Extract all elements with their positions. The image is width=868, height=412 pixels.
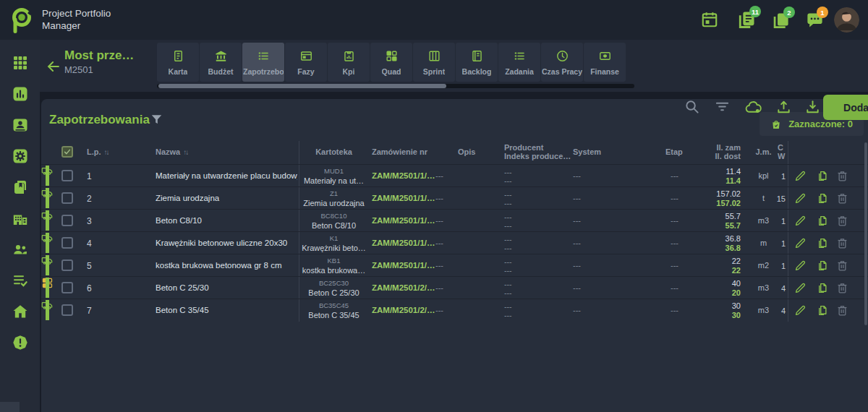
cloud-sync-icon[interactable] bbox=[744, 98, 762, 116]
column-header-cw[interactable]: CW bbox=[778, 143, 787, 160]
calendar-icon[interactable] bbox=[700, 10, 719, 29]
sidebar-item-home-icon[interactable] bbox=[12, 303, 29, 320]
row-checkbox[interactable] bbox=[61, 259, 73, 271]
delete-icon[interactable] bbox=[835, 236, 849, 250]
tab-budzet[interactable]: Budżet bbox=[200, 43, 242, 82]
edit-icon[interactable] bbox=[793, 281, 807, 295]
tab-zadania[interactable]: Zadania bbox=[498, 43, 540, 82]
copy-icon[interactable] bbox=[816, 192, 830, 205]
tab-zapotrzebowania[interactable]: Zapotrzebowania bbox=[242, 43, 284, 82]
edit-icon[interactable] bbox=[793, 192, 807, 205]
row-order-link[interactable]: ZAM/M2501/1/… bbox=[372, 171, 435, 180]
delete-icon[interactable] bbox=[835, 192, 849, 205]
sprint-icon bbox=[427, 49, 441, 63]
download-icon[interactable] bbox=[804, 98, 821, 115]
tab-kpi[interactable]: Kpi bbox=[328, 43, 370, 82]
copy-icon[interactable] bbox=[816, 236, 830, 250]
edit-icon[interactable] bbox=[793, 169, 807, 183]
row-kartoteka: KB1 kostka brukowa… bbox=[299, 257, 369, 275]
copy-icon[interactable] bbox=[816, 169, 830, 183]
tab-sprint[interactable]: Sprint bbox=[413, 43, 455, 82]
upload-icon[interactable] bbox=[775, 98, 792, 115]
sidebar-item-apps-grid-icon[interactable] bbox=[12, 54, 29, 72]
row-checkbox[interactable] bbox=[61, 304, 73, 316]
edit-icon[interactable] bbox=[793, 304, 807, 317]
add-button[interactable]: Dodaj bbox=[823, 95, 868, 120]
row-checkbox[interactable] bbox=[61, 282, 73, 293]
delete-icon[interactable] bbox=[835, 169, 849, 183]
funnel-filter-icon[interactable] bbox=[150, 113, 163, 126]
sidebar-item-alert-icon[interactable] bbox=[12, 334, 29, 351]
sidebar-item-library-book-icon[interactable] bbox=[12, 179, 29, 196]
sidebar-item-building-icon[interactable] bbox=[12, 210, 29, 227]
column-header-lp[interactable]: L.p.↑↓ bbox=[87, 147, 109, 156]
column-header-system[interactable]: System bbox=[573, 147, 601, 156]
sidebar-item-settings-gear-icon[interactable] bbox=[12, 147, 29, 165]
row-lp: 2 bbox=[87, 194, 92, 204]
copy-icon[interactable] bbox=[816, 214, 830, 228]
column-header-ilosc[interactable]: Il. zamIl. dost bbox=[685, 143, 741, 160]
sidebar-item-task-list-check-icon[interactable] bbox=[12, 272, 29, 289]
column-header-producent[interactable]: ProducentIndeks produce… bbox=[504, 143, 571, 160]
sort-icon: ↑↓ bbox=[104, 148, 109, 156]
delete-icon[interactable] bbox=[835, 214, 849, 228]
filter-icon[interactable] bbox=[714, 98, 731, 115]
table-row[interactable]: 1 Materiały na utwardzenie placu budowy … bbox=[41, 164, 868, 186]
row-cw: 1 bbox=[765, 239, 786, 248]
copy-icon[interactable] bbox=[816, 304, 830, 317]
column-header-kartoteka[interactable]: Kartoteka bbox=[299, 147, 369, 156]
delete-icon[interactable] bbox=[835, 304, 849, 317]
copy-icon[interactable] bbox=[816, 259, 830, 272]
delete-icon[interactable] bbox=[835, 281, 849, 295]
table-row[interactable]: 4 Krawężniki betonowe uliczne 20x30 K1 K… bbox=[41, 231, 868, 254]
column-header-zamowienie[interactable]: Zamówienie nr bbox=[372, 147, 427, 156]
table-row[interactable]: 6 Beton C 25/30 BC25C30 Beton C 25/30 ZA… bbox=[41, 276, 868, 299]
column-header-opis[interactable]: Opis bbox=[458, 147, 475, 156]
row-order-link[interactable]: ZAM/M2501/1/… bbox=[372, 239, 435, 247]
edit-icon[interactable] bbox=[793, 236, 807, 250]
row-order-link[interactable]: ZAM/M2501/1/… bbox=[372, 261, 435, 270]
row-order-link[interactable]: ZAM/M2501/1/… bbox=[372, 194, 435, 202]
table-scrollbar-thumb[interactable] bbox=[864, 142, 867, 325]
tab-finanse[interactable]: Finanse bbox=[584, 43, 626, 82]
table-row[interactable]: 7 Beton C 35/45 BC35C45 Beton C 35/45 ZA… bbox=[41, 299, 868, 321]
tab-backlog[interactable]: Backlog bbox=[456, 43, 498, 82]
column-header-jm[interactable]: J.m. bbox=[747, 147, 780, 156]
table-row[interactable]: 2 Ziemia urodzajna Z1 Ziemia urodzajna Z… bbox=[41, 186, 868, 209]
delete-icon[interactable] bbox=[835, 259, 849, 272]
row-checkbox[interactable] bbox=[61, 237, 73, 249]
copy-icon[interactable] bbox=[816, 281, 830, 295]
table-row[interactable]: 3 Beton C8/10 BC8C10 Beton C8/10 ZAM/M25… bbox=[41, 209, 868, 231]
sidebar-item-bar-chart-icon[interactable] bbox=[12, 85, 29, 103]
select-all-checkbox[interactable] bbox=[61, 146, 73, 158]
row-opis: --- bbox=[435, 239, 443, 247]
row-order-link[interactable]: ZAM/M2501/1/… bbox=[372, 216, 435, 225]
kpi-icon bbox=[342, 49, 356, 63]
back-arrow-icon[interactable] bbox=[46, 59, 61, 74]
user-avatar[interactable] bbox=[834, 7, 859, 33]
row-order-link[interactable]: ZAM/M2501/2/… bbox=[372, 306, 435, 314]
finanse-icon bbox=[598, 49, 612, 63]
tab-fazy[interactable]: Fazy bbox=[285, 43, 327, 82]
tab-czas-pracy[interactable]: Czas Pracy bbox=[541, 43, 583, 82]
search-icon[interactable] bbox=[684, 98, 700, 115]
tab-label: Finanse bbox=[590, 67, 619, 76]
column-header-nazwa[interactable]: Nazwa↑↓ bbox=[156, 147, 187, 156]
row-ilosc: 55.7 55.7 bbox=[685, 212, 741, 230]
tab-label: Budżet bbox=[208, 67, 234, 76]
edit-icon[interactable] bbox=[793, 259, 807, 272]
edit-icon[interactable] bbox=[793, 214, 807, 228]
row-checkbox[interactable] bbox=[61, 215, 73, 226]
file-icon bbox=[171, 49, 185, 63]
row-checkbox[interactable] bbox=[61, 192, 73, 204]
row-checkbox[interactable] bbox=[61, 170, 73, 181]
column-header-etap[interactable]: Etap bbox=[665, 147, 683, 156]
tab-karta[interactable]: Karta bbox=[157, 43, 199, 82]
table-row[interactable]: 5 kostka brukowa betonowa gr 8 cm KB1 ko… bbox=[41, 254, 868, 276]
sidebar-item-contact-card-icon[interactable] bbox=[12, 116, 29, 134]
sidebar-item-team-icon[interactable] bbox=[12, 241, 29, 258]
tabs-scrollbar-thumb[interactable] bbox=[158, 84, 446, 88]
tab-quad[interactable]: Quad bbox=[370, 43, 412, 82]
app-title: Project Portfolio Manager bbox=[42, 7, 111, 32]
row-order-link[interactable]: ZAM/M2501/2/… bbox=[372, 283, 435, 292]
